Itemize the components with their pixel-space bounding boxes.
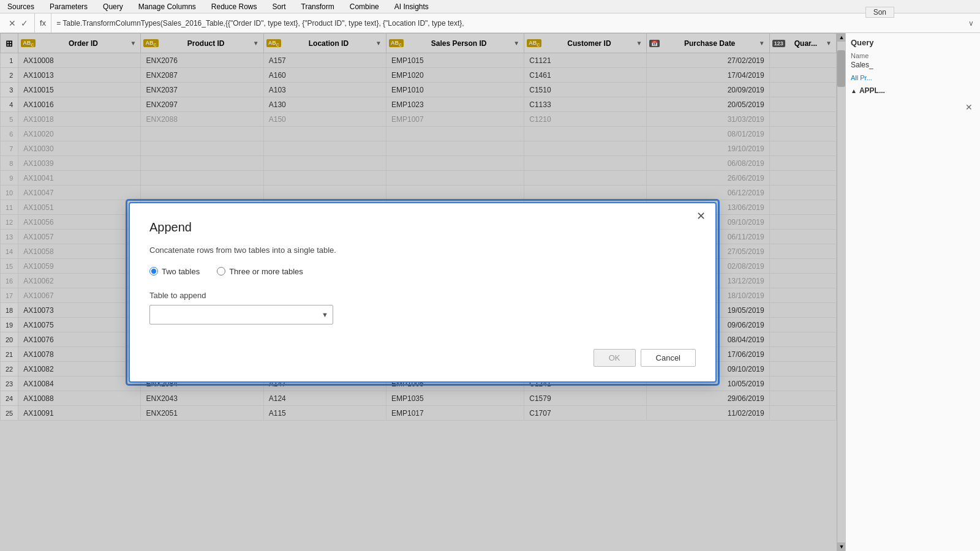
menu-bar: Sources Parameters Query Manage Columns … xyxy=(0,0,980,13)
panel-close-icon[interactable]: ✕ xyxy=(965,102,973,112)
right-panel: Query Name Sales_ All Pr... ▲ APPL... ✕ xyxy=(845,33,980,551)
ok-button[interactable]: OK xyxy=(594,349,636,367)
all-properties-link[interactable]: All Pr... xyxy=(851,74,975,81)
three-or-more-option[interactable]: Three or more tables xyxy=(217,267,303,276)
applied-steps-arrow: ▲ xyxy=(851,88,857,94)
right-panel-title: Query xyxy=(851,38,975,47)
three-or-more-label: Three or more tables xyxy=(229,267,303,276)
name-section: Name Sales_ xyxy=(851,52,975,69)
table-to-append-dropdown[interactable] xyxy=(149,305,333,324)
cancel-button[interactable]: Cancel xyxy=(641,349,696,367)
three-or-more-radio[interactable] xyxy=(217,267,225,276)
menu-sort[interactable]: Sort xyxy=(265,1,294,12)
menu-transform[interactable]: Transform xyxy=(294,1,342,12)
formula-bar-icons: ✕ ✓ xyxy=(2,13,35,32)
applied-steps-label: APPL... xyxy=(859,86,885,95)
append-dialog: ✕ Append Concatenate rows from two table… xyxy=(129,202,717,383)
menu-query[interactable]: Query xyxy=(96,1,131,12)
two-tables-label: Two tables xyxy=(162,267,200,276)
main-layout: ⊞ ABC Order ID ▼ ABC xyxy=(0,33,980,551)
name-label: Name xyxy=(851,52,975,59)
formula-bar: ✕ ✓ fx = Table.TransformColumnTypes(Sale… xyxy=(0,13,980,33)
table-to-append-label: Table to append xyxy=(149,291,696,300)
fx-label: fx xyxy=(35,13,51,32)
son-tab[interactable]: Son xyxy=(865,7,894,18)
menu-ai-insights[interactable]: AI Insights xyxy=(387,1,437,12)
dialog-close-button[interactable]: ✕ xyxy=(696,211,706,222)
dialog-buttons: OK Cancel xyxy=(149,349,696,367)
menu-parameters[interactable]: Parameters xyxy=(42,1,96,12)
menu-combine[interactable]: Combine xyxy=(342,1,387,12)
applied-steps-title: ▲ APPL... xyxy=(851,86,975,95)
name-value: Sales_ xyxy=(851,61,975,69)
check-icon[interactable]: ✓ xyxy=(20,18,29,28)
dialog-title: Append xyxy=(149,220,696,234)
cross-icon[interactable]: ✕ xyxy=(7,18,17,28)
table-area: ⊞ ABC Order ID ▼ ABC xyxy=(0,33,845,551)
menu-sources[interactable]: Sources xyxy=(0,1,42,12)
menu-manage-columns[interactable]: Manage Columns xyxy=(131,1,204,12)
menu-reduce-rows[interactable]: Reduce Rows xyxy=(204,1,265,12)
two-tables-option[interactable]: Two tables xyxy=(149,267,200,276)
formula-content: = Table.TransformColumnTypes(Sales_2016_… xyxy=(51,19,965,28)
modal-overlay: ✕ Append Concatenate rows from two table… xyxy=(0,33,845,551)
two-tables-radio[interactable] xyxy=(149,267,158,276)
dialog-subtitle: Concatenate rows from two tables into a … xyxy=(149,246,696,255)
table-dropdown-wrapper: ▼ xyxy=(149,305,333,324)
radio-group: Two tables Three or more tables xyxy=(149,267,696,276)
formula-expand-icon[interactable]: ∨ xyxy=(965,19,978,28)
